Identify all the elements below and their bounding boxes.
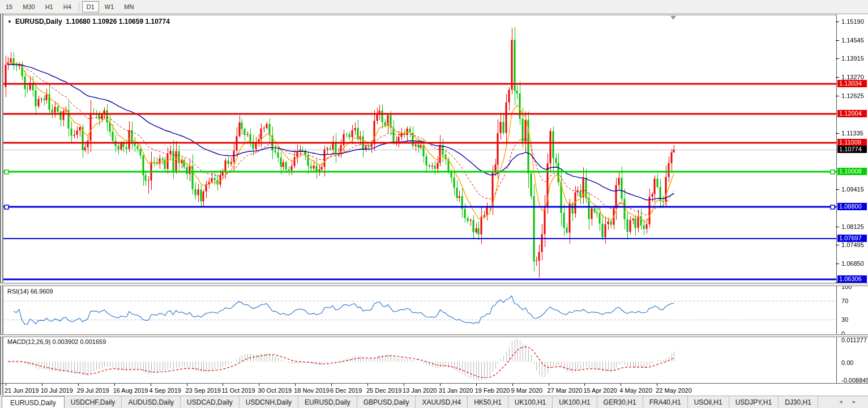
date-tick-dash xyxy=(621,384,621,386)
ohlc-high: 1.10926 xyxy=(92,18,117,26)
date-label: 16 Aug 2019 xyxy=(113,387,148,394)
ohlc-open: 1.10680 xyxy=(66,18,90,26)
macd-values: 0.003902 0.001659 xyxy=(52,338,106,345)
timeframe-button-d1[interactable]: D1 xyxy=(82,1,99,12)
date-tick-dash xyxy=(295,384,296,386)
window-frame-line xyxy=(0,14,1,395)
price-tick-dash xyxy=(836,245,839,245)
date-tick-dash xyxy=(187,384,187,386)
date-tick-dash xyxy=(367,384,368,386)
price-tick-dash xyxy=(836,264,839,264)
price-tick-dash xyxy=(836,96,839,96)
rsi-tick-label: 30 xyxy=(841,316,848,323)
tab-scroll-arrows[interactable]: ◂ ▸ xyxy=(836,396,868,408)
price-level-tag: 1.07697 xyxy=(837,235,867,242)
price-tick-label: 1.15190 xyxy=(841,18,864,25)
date-tick-dash xyxy=(6,384,6,386)
price-tick-dash xyxy=(836,58,839,59)
macd-tick-label: 0.00 xyxy=(841,359,853,366)
tab-hk50-h1[interactable]: HK50,H1 xyxy=(468,396,508,408)
date-label: 21 Jun 2019 xyxy=(5,387,39,394)
tab-fra40-h1[interactable]: FRA40,H1 xyxy=(643,396,688,408)
tab-usdchf-daily[interactable]: USDCHF,Daily xyxy=(65,396,122,408)
timeframe-button-15[interactable]: 15 xyxy=(1,1,17,12)
date-label: 15 Apr 2020 xyxy=(583,387,617,394)
price-tick-label: 1.09415 xyxy=(841,186,864,193)
timeframe-button-h4[interactable]: H4 xyxy=(59,1,76,12)
macd-tick-label: 0.011277 xyxy=(841,337,867,343)
date-label: 23 Sep 2019 xyxy=(186,387,221,394)
price-tick-dash xyxy=(836,40,839,41)
chart-symbol-label: EURUSD,Daily xyxy=(15,18,62,26)
ohlc-close: 1.10774 xyxy=(145,18,169,26)
macd-label: MACD(12,26,9) 0.003902 0.001659 xyxy=(7,338,106,345)
price-tick-dash xyxy=(836,227,839,227)
tab-uk100-h1[interactable]: UK100,H1 xyxy=(508,396,553,408)
chart-shift-marker-icon[interactable] xyxy=(670,16,676,20)
price-tick-dash xyxy=(836,189,839,190)
tab-dj30-h1[interactable]: DJ30,H1 xyxy=(779,396,818,408)
date-label: 25 Dec 2019 xyxy=(366,387,401,394)
date-label: 10 Jul 2019 xyxy=(41,387,73,394)
tab-eurusd-daily[interactable]: EURUSD,Daily xyxy=(2,396,65,408)
price-tick-dash xyxy=(836,22,839,22)
date-tick-dash xyxy=(331,384,332,386)
price-tick-label: 1.06850 xyxy=(841,260,864,267)
date-tick-dash xyxy=(78,384,79,386)
date-tick-dash xyxy=(42,384,42,386)
price-level-tag: 1.13034 xyxy=(837,80,867,87)
tab-ger30-h1[interactable]: GER30,H1 xyxy=(597,396,643,408)
pane-splitter[interactable] xyxy=(0,283,868,286)
date-tick-dash xyxy=(223,384,223,386)
price-tick-label: 1.13915 xyxy=(841,55,864,62)
tab-gbpusd-daily[interactable]: GBPUSD,Daily xyxy=(357,396,416,408)
timeframe-button-h1[interactable]: H1 xyxy=(41,1,58,12)
date-label: 19 Feb 2020 xyxy=(475,387,510,394)
tab-xauusd-h4[interactable]: XAUUSD,H4 xyxy=(416,396,468,408)
price-tick-label: 1.07495 xyxy=(841,241,864,248)
date-label: 27 Mar 2020 xyxy=(548,387,583,394)
timeframe-button-w1[interactable]: W1 xyxy=(100,1,119,12)
date-label: 29 Jul 2019 xyxy=(77,387,109,394)
ohlc-low: 1.10659 xyxy=(119,18,143,26)
toolbar-separator xyxy=(79,2,79,12)
price-tick-dash xyxy=(836,133,839,134)
price-tick-label: 1.14545 xyxy=(841,37,864,44)
tab-usdcad-daily[interactable]: USDCAD,Daily xyxy=(181,396,240,408)
chart-tab-bar: EURUSD,DailyUSDCHF,DailyAUDUSD,DailyUSDC… xyxy=(0,396,868,408)
date-tick-dash xyxy=(114,384,115,386)
tab-uk100-h1[interactable]: UK100,H1 xyxy=(553,396,597,408)
date-tick-dash xyxy=(512,384,513,386)
price-level-tag: 1.10774 xyxy=(837,146,867,153)
price-tick-label: 1.12625 xyxy=(841,92,864,99)
tab-usdcnh-daily[interactable]: USDCNH,Daily xyxy=(240,396,298,408)
timeframe-button-mn[interactable]: MN xyxy=(119,1,138,12)
tab-usdjpy-h1[interactable]: USDJPY,H1 xyxy=(729,396,779,408)
price-axis[interactable]: 1.151901.145451.139151.132701.126251.113… xyxy=(836,15,868,384)
date-tick-dash xyxy=(440,384,441,386)
date-tick-dash xyxy=(584,384,585,386)
chart-menu-icon[interactable]: ▼ xyxy=(7,19,12,24)
tab-eurusd-daily[interactable]: EURUSD,Daily xyxy=(298,396,357,408)
date-axis[interactable]: 21 Jun 201910 Jul 201929 Jul 201916 Aug … xyxy=(3,384,836,396)
chart-canvas[interactable] xyxy=(3,15,836,384)
price-tick-label: 1.11335 xyxy=(841,130,863,137)
price-tick-dash xyxy=(836,77,839,78)
chart-title: ▼EURUSD,Daily 1.10680 1.10926 1.10659 1.… xyxy=(7,18,170,26)
tab-usoil-h1[interactable]: USOil,H1 xyxy=(688,396,729,408)
price-level-tag: 1.06306 xyxy=(837,275,867,283)
price-tick-label: 1.08125 xyxy=(841,223,864,230)
timeframe-button-m30[interactable]: M30 xyxy=(18,1,39,12)
price-level-tag: 1.08800 xyxy=(837,203,867,210)
date-label: 31 Jan 2020 xyxy=(439,387,473,394)
date-label: 11 Oct 2019 xyxy=(221,387,255,394)
rsi-value: 66.9609 xyxy=(31,288,53,295)
date-label: 13 Jan 2020 xyxy=(403,387,437,394)
rsi-label: RSI(14) 66.9609 xyxy=(7,288,53,295)
pane-splitter[interactable] xyxy=(0,334,868,337)
date-tick-dash xyxy=(657,384,657,386)
date-tick-dash xyxy=(549,384,549,386)
date-tick-dash xyxy=(404,384,404,386)
date-label: 4 May 2020 xyxy=(619,387,652,394)
tab-audusd-daily[interactable]: AUDUSD,Daily xyxy=(122,396,181,408)
